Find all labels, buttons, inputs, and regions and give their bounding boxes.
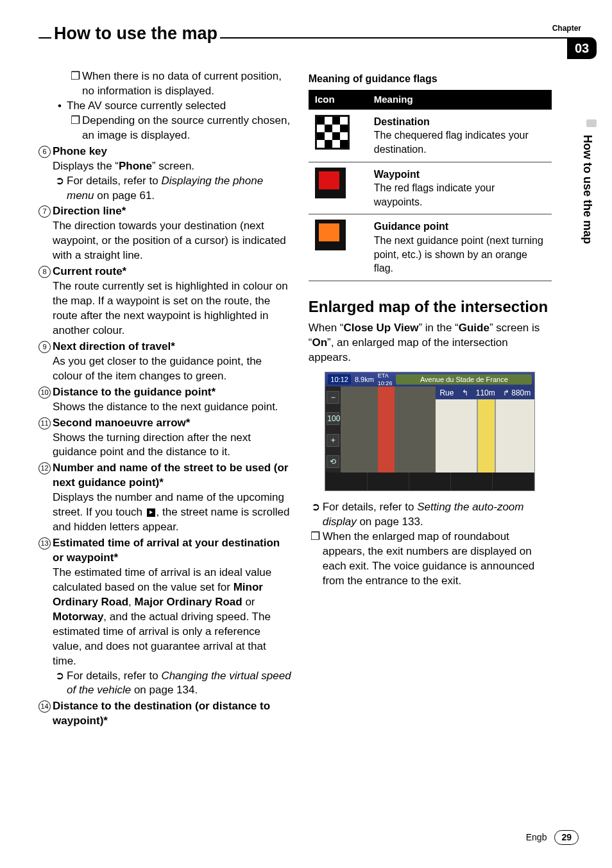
item-12-text: Displays the number and name of the upco…: [53, 490, 292, 535]
marker-14: 14: [38, 700, 51, 713]
row-heading: Waypoint: [374, 169, 420, 180]
row-text: The next guidance point (next turning po…: [374, 235, 543, 273]
shot-bottom-bar: [325, 473, 534, 490]
item-12: 12 Number and name of the street to be u…: [38, 461, 292, 535]
marker-9: 9: [38, 341, 51, 353]
item-8-text: The route currently set is highlighted i…: [53, 279, 292, 338]
screenshot-intersection: 10:12 8.9km ETA10:26 Avenue du Stade de …: [325, 372, 535, 491]
item-11-heading: Second manoeuvre arrow*: [53, 416, 292, 431]
marker-8: 8: [38, 266, 51, 278]
chapter-number-tab: 03: [567, 37, 597, 59]
flags-heading: Meaning of guidance flags: [309, 72, 552, 86]
bullet-icon: •: [53, 99, 67, 114]
item-9-heading: Next direction of travel*: [53, 340, 292, 354]
th-icon: Icon: [309, 90, 368, 110]
row-text: The red flags indicate your waypoints.: [374, 182, 495, 207]
item-11: 11 Second manoeuvre arrow* Shows the tur…: [38, 416, 292, 460]
side-tab-label: How to use the map: [580, 135, 595, 244]
marker-13: 13: [38, 537, 51, 550]
marker-12: 12: [38, 462, 51, 474]
item-7-heading: Direction line*: [53, 204, 292, 219]
pointer-icon: ➲: [53, 669, 67, 699]
item-13-text: The estimated time of arrival is an idea…: [53, 566, 292, 669]
guidance-flag-icon: [315, 220, 346, 250]
shot-dist: 8.9km: [355, 375, 374, 385]
shot-map-left: [341, 386, 436, 473]
note-source-image: ❐ Depending on the source currently chos…: [38, 114, 292, 143]
item-6: 6 Phone key Displays the “Phone” screen.…: [38, 144, 292, 204]
item-7-text: The direction towards your destination (…: [53, 219, 292, 263]
note-no-data: ❐ When there is no data of current posit…: [38, 69, 292, 99]
bullet-av-source: • The AV source currently selected: [38, 99, 292, 114]
item-14: 14 Distance to the destination (or dista…: [38, 699, 292, 729]
flags-table: IconMeaning DestinationThe chequered fla…: [309, 90, 552, 281]
item-8: 8 Current route* The route currently set…: [38, 265, 292, 338]
footer-lang: Engb: [526, 831, 547, 844]
item-13-heading: Estimated time of arrival at your destin…: [53, 536, 292, 566]
item-10-heading: Distance to the guidance point*: [53, 385, 292, 400]
side-marker: [586, 119, 597, 127]
checkbox-icon: ❐: [68, 69, 82, 99]
marker-7: 7: [38, 205, 51, 218]
shot-side-buttons: −100m+⟲: [325, 386, 341, 473]
item-12-heading: Number and name of the street to be used…: [53, 461, 292, 490]
enlarged-ref: ➲ For details, refer to Setting the auto…: [309, 500, 552, 530]
checkbox-icon: ❐: [68, 114, 82, 143]
item-9-text: As you get closer to the guidance point,…: [53, 354, 292, 384]
enlarged-text: When “Close Up View” in the “Guide” scre…: [309, 321, 552, 365]
chapter-label: Chapter: [552, 23, 581, 33]
page-number: 29: [554, 830, 579, 845]
enlarged-heading: Enlarged map of the intersection: [309, 297, 552, 317]
row-heading: Destination: [374, 116, 430, 127]
destination-flag-icon: [315, 115, 350, 150]
shot-avenue: Avenue du Stade de France: [396, 374, 532, 385]
item-9: 9 Next direction of travel* As you get c…: [38, 340, 292, 384]
title-bar: How to use the map: [38, 37, 581, 39]
marker-10: 10: [38, 386, 51, 399]
item-10: 10 Distance to the guidance point* Shows…: [38, 385, 292, 415]
row-text: The chequered flag indicates your destin…: [374, 130, 529, 155]
item-8-heading: Current route*: [53, 265, 292, 279]
enlarged-note: ❐ When the enlarged map of roundabout ap…: [309, 530, 552, 589]
footer: Engb 29: [526, 830, 579, 845]
row-heading: Guidance point: [374, 221, 448, 232]
right-column: Meaning of guidance flags IconMeaning De…: [309, 69, 581, 729]
item-14-heading: Distance to the destination (or distance…: [53, 699, 292, 729]
table-row: DestinationThe chequered flag indicates …: [309, 109, 552, 162]
pointer-icon: ➲: [53, 174, 67, 204]
shot-map-right: Rue↰110m↱ 880m: [436, 386, 534, 473]
play-icon[interactable]: [147, 508, 155, 517]
checkbox-icon: ❐: [309, 530, 323, 589]
item-6-heading: Phone key: [53, 144, 292, 159]
item-7: 7 Direction line* The direction towards …: [38, 204, 292, 263]
item-11-text: Shows the turning direction after the ne…: [53, 431, 292, 460]
pointer-icon: ➲: [309, 500, 323, 530]
marker-6: 6: [38, 146, 51, 158]
item-13-ref: ➲ For details, refer to Changing the vir…: [53, 669, 292, 699]
table-row: 1 WaypointThe red flags indicate your wa…: [309, 162, 552, 214]
item-10-text: Shows the distance to the next guidance …: [53, 400, 292, 415]
item-6-line: Displays the “Phone” screen.: [53, 159, 292, 174]
left-column: ❐ When there is no data of current posit…: [38, 69, 292, 729]
waypoint-flag-icon: 1: [315, 168, 346, 198]
th-meaning: Meaning: [368, 90, 552, 110]
page-title: How to use the map: [51, 22, 220, 45]
item-6-ref: ➲ For details, refer to Displaying the p…: [53, 174, 292, 204]
item-13: 13 Estimated time of arrival at your des…: [38, 536, 292, 698]
page: Chapter 03 How to use the map How to use…: [0, 0, 612, 868]
table-row: Guidance pointThe next guidance point (n…: [309, 214, 552, 281]
marker-11: 11: [38, 417, 51, 430]
shot-time: 10:12: [328, 374, 351, 385]
